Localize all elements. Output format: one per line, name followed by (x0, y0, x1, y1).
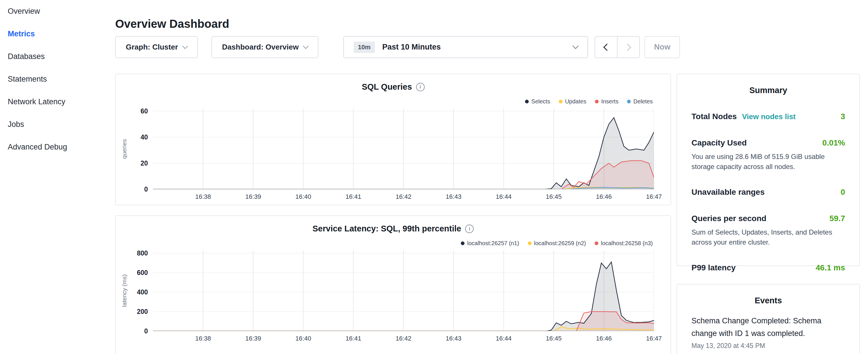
chevron-down-icon (182, 43, 188, 49)
legend-dot-icon (595, 242, 598, 245)
summary-label: Unavailable ranges (691, 187, 765, 198)
summary-desc: You are using 28.6 MiB of 515.9 GiB usab… (691, 152, 845, 171)
legend-dot-icon (528, 242, 532, 245)
prev-range-button[interactable] (595, 36, 618, 58)
summary-value: 0.01% (823, 137, 845, 149)
legend-dot-icon (627, 100, 631, 103)
event-item[interactable]: Schema Change Completed: Schema change w… (691, 315, 845, 350)
legend-item[interactable]: localhost:26259 (n2) (528, 240, 586, 247)
dashboard-dropdown[interactable]: Dashboard: Overview (212, 36, 318, 58)
chevron-left-icon (603, 43, 610, 51)
chart-title: Service Latency: SQL, 99th percentile (313, 224, 461, 233)
legend-dot-icon (525, 100, 529, 103)
event-text: Schema Change Completed: Schema change w… (691, 315, 845, 340)
chevron-down-icon (572, 43, 579, 49)
dashboard-dropdown-label: Dashboard: Overview (222, 43, 299, 52)
sidebar-item-statements[interactable]: Statements (0, 68, 115, 91)
summary-value: 59.7 (830, 213, 845, 224)
summary-row-capacity-used: Capacity Used 0.01% You are using 28.6 M… (691, 137, 845, 171)
legend-item[interactable]: localhost:26257 (n1) (461, 240, 519, 247)
events-title: Events (677, 295, 859, 306)
chart-title: SQL Queries (362, 82, 412, 91)
info-icon[interactable]: i (416, 83, 425, 91)
legend-dot-icon (461, 242, 465, 245)
summary-row-queries-per-second: Queries per second 59.7 Sum of Selects, … (691, 213, 845, 247)
time-range-nav (595, 36, 640, 58)
summary-value: 3 (840, 111, 845, 122)
summary-desc: Sum of Selects, Updates, Inserts, and De… (691, 227, 845, 247)
y-axis-label: latency (ms) (121, 275, 128, 307)
summary-value: 0 (840, 187, 845, 198)
toolbar: Graph: Cluster Dashboard: Overview 10m P… (115, 36, 803, 58)
view-nodes-link[interactable]: View nodes list (742, 111, 796, 122)
graph-dropdown[interactable]: Graph: Cluster (115, 36, 198, 58)
now-button[interactable]: Now (645, 36, 680, 58)
legend-dot-icon (559, 100, 562, 103)
chevron-right-icon (624, 43, 631, 51)
time-range-badge: 10m (353, 41, 375, 53)
sidebar-item-network-latency[interactable]: Network Latency (0, 91, 115, 113)
chart-plot[interactable] (153, 108, 654, 189)
chevron-down-icon (303, 43, 309, 49)
info-icon[interactable]: i (465, 225, 474, 233)
graph-dropdown-label: Graph: Cluster (126, 43, 178, 52)
y-axis-label: queries (121, 139, 128, 159)
service-latency-chart: Service Latency: SQL, 99th percentilei l… (115, 215, 671, 354)
summary-row-p99-latency: P99 latency 46.1 ms (691, 262, 845, 273)
summary-label: Total Nodes (691, 111, 737, 122)
time-range-dropdown[interactable]: 10m Past 10 Minutes (343, 36, 588, 58)
summary-row-unavailable-ranges: Unavailable ranges 0 (691, 187, 845, 198)
next-range-button[interactable] (617, 36, 640, 58)
sql-queries-chart: SQL Queriesi SelectsUpdatesInsertsDelete… (115, 74, 671, 205)
page-title: Overview Dashboard (115, 16, 229, 31)
legend-item[interactable]: Deletes (627, 98, 653, 105)
sidebar-item-metrics[interactable]: Metrics (0, 23, 115, 45)
summary-row-total-nodes: Total Nodes View nodes list 3 (691, 111, 845, 122)
legend-item[interactable]: Inserts (595, 98, 618, 105)
summary-panel: Summary Total Nodes View nodes list 3 Ca… (677, 74, 860, 266)
sidebar-item-advanced-debug[interactable]: Advanced Debug (0, 136, 115, 158)
summary-value: 46.1 ms (815, 262, 845, 273)
summary-label: P99 latency (691, 262, 736, 273)
summary-label: Capacity Used (691, 137, 747, 149)
legend-dot-icon (595, 100, 599, 103)
summary-title: Summary (677, 85, 859, 96)
chart-plot[interactable] (153, 250, 654, 331)
sidebar-item-overview[interactable]: Overview (0, 0, 115, 23)
legend-item[interactable]: Selects (525, 98, 550, 105)
summary-label: Queries per second (691, 213, 766, 224)
legend-item[interactable]: Updates (559, 98, 587, 105)
admin-ui-page: Overview Metrics Databases Statements Ne… (0, 0, 868, 354)
time-range-label: Past 10 Minutes (382, 43, 441, 52)
chart-legend: SelectsUpdatesInsertsDeletes (525, 98, 653, 105)
event-timestamp: May 13, 2020 at 4:45 PM (691, 342, 845, 350)
events-panel: Events Schema Change Completed: Schema c… (677, 284, 860, 354)
sidebar: Overview Metrics Databases Statements Ne… (0, 0, 115, 354)
legend-item[interactable]: localhost:26258 (n3) (595, 240, 653, 247)
sidebar-item-jobs[interactable]: Jobs (0, 113, 115, 136)
sidebar-item-databases[interactable]: Databases (0, 45, 115, 68)
chart-legend: localhost:26257 (n1)localhost:26259 (n2)… (461, 240, 653, 247)
